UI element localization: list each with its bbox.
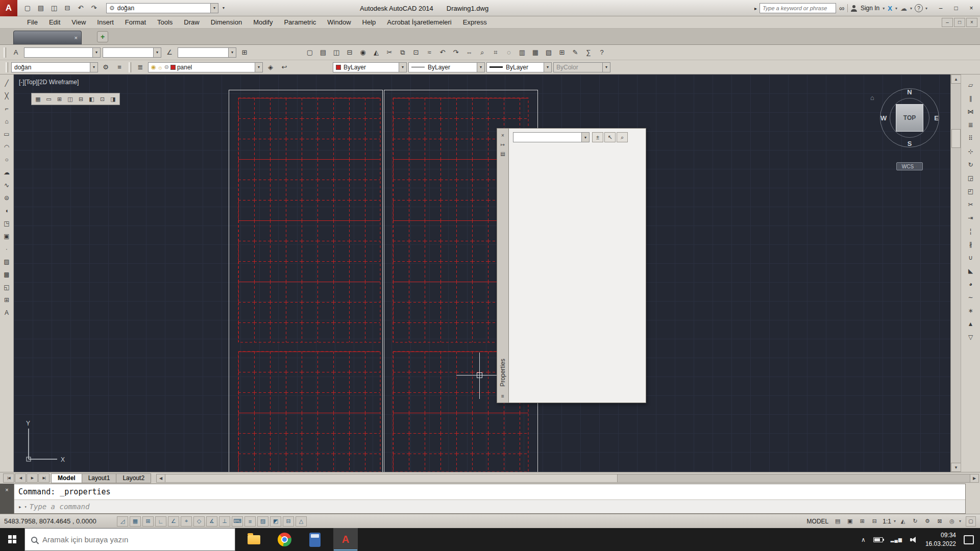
annotation-scale-value[interactable]: 1:1 [883, 518, 891, 525]
chevron-down-icon[interactable]: ▾ [92, 48, 100, 57]
search-binoculars-icon[interactable]: ∞ [839, 4, 845, 13]
tab-close-icon[interactable]: × [75, 35, 78, 41]
fillet-icon[interactable]: ◕ [965, 279, 976, 290]
new-tab-button[interactable]: + [97, 31, 108, 42]
chevron-down-icon[interactable]: ▾ [925, 6, 927, 11]
viewport-lock-icon[interactable]: ◨ [108, 94, 118, 104]
infocenter-search-input[interactable] [760, 3, 836, 13]
trim-icon[interactable]: ✂ [965, 199, 976, 210]
viewcube-north[interactable]: N [907, 88, 912, 96]
ellipse-icon[interactable]: ⊜ [1, 192, 12, 204]
match-properties-icon[interactable]: ≈ [423, 46, 435, 59]
rotate-icon[interactable]: ↻ [965, 159, 976, 170]
viewcube-top-face[interactable]: TOP [896, 104, 923, 132]
quick-properties-toggle[interactable]: ◩ [270, 516, 281, 527]
chevron-down-icon[interactable]: ▾ [477, 63, 484, 72]
viewcube-home-icon[interactable]: ⌂ [870, 94, 874, 102]
menu-item[interactable]: Dimension [205, 16, 248, 28]
volume-icon[interactable] [910, 536, 918, 543]
revision-cloud-icon[interactable]: ☁ [1, 167, 12, 178]
menu-item[interactable]: View [66, 16, 91, 28]
layer-properties-icon[interactable]: ≣ [134, 61, 146, 73]
quick-view-drawings-icon[interactable]: ⊟ [869, 516, 880, 527]
menu-item[interactable]: Draw [178, 16, 205, 28]
menu-item[interactable]: Help [357, 16, 382, 28]
layer-combo[interactable]: ◉ ☼ ⊝ panel ▾ [148, 62, 263, 72]
vertical-scrollbar[interactable]: ▲ ▼ [950, 74, 961, 472]
clean-screen-button[interactable]: ▢ [966, 516, 976, 527]
layout-nav-button[interactable]: ▶| [38, 473, 50, 483]
maximize-button[interactable]: □ [948, 2, 964, 15]
ortho-mode-toggle[interactable]: ∟ [155, 516, 166, 527]
redo-icon[interactable]: ↷ [450, 46, 462, 59]
scroll-track[interactable] [618, 474, 970, 482]
chevron-down-icon[interactable]: ▾ [581, 133, 589, 142]
dynamic-ucs-toggle[interactable]: ⊥ [219, 516, 230, 527]
sheet-set-manager-icon[interactable]: ⊞ [556, 46, 568, 59]
plot-preview-icon[interactable]: ◉ [357, 46, 369, 59]
rectangle-icon[interactable]: ▭ [1, 129, 12, 140]
model-space-label[interactable]: MODEL [807, 518, 829, 525]
quickcalc-icon[interactable]: ∑ [582, 46, 595, 59]
zoom-realtime-icon[interactable]: ⌕ [476, 46, 488, 59]
zoom-window-icon[interactable]: ⌗ [489, 46, 502, 59]
viewport-config-icon[interactable]: ▦ [33, 94, 43, 104]
wcs-menu[interactable]: WCS ▾ [896, 162, 923, 170]
new-icon[interactable]: ▢ [304, 46, 316, 59]
3d-object-snap-toggle[interactable]: ◇ [193, 516, 205, 527]
offset-icon[interactable]: ≣ [965, 119, 976, 131]
drawing-file-tab[interactable]: × [13, 31, 82, 44]
command-close-icon[interactable]: × [3, 486, 11, 494]
pan-icon[interactable]: ⇔ [463, 46, 475, 59]
designcenter-icon[interactable]: ▦ [529, 46, 542, 59]
save-icon[interactable]: ◫ [330, 46, 342, 59]
coordinates-readout[interactable]: 5483.7958, 8074.4645 , 0.0000 [4, 517, 112, 525]
dim-style-combo[interactable]: ▾ [103, 47, 161, 58]
hardware-acceleration-icon[interactable]: ◎ [946, 516, 958, 527]
layout-nav-button[interactable]: ◀ [15, 473, 26, 483]
workspaces-combo[interactable]: doğan ▾ [11, 62, 98, 72]
doc-restore-button[interactable]: □ [954, 18, 965, 27]
quick-select-button[interactable]: ⌕ [617, 132, 628, 142]
lineweight-display-toggle[interactable]: ≡ [244, 516, 256, 527]
ellipse-arc-icon[interactable]: ◖ [1, 205, 12, 216]
table-style-icon[interactable]: ⊞ [238, 46, 251, 59]
model-space-icon[interactable]: ▤ [832, 516, 843, 527]
insert-block-icon[interactable]: ◳ [1, 218, 12, 229]
workspace-switching-icon[interactable]: ⚙ [922, 516, 933, 527]
toggle-pickadd-button[interactable]: ± [592, 132, 603, 142]
viewcube[interactable]: N S W E TOP [880, 88, 939, 147]
infocenter-collapse-icon[interactable]: ▸ [754, 6, 757, 11]
chevron-down-icon[interactable]: ▾ [894, 519, 896, 523]
horizontal-scrollbar[interactable]: ◀ ▶ [156, 474, 979, 483]
viewport-single-icon[interactable]: ▭ [44, 94, 54, 104]
markup-icon[interactable]: ✎ [569, 46, 581, 59]
palette-title-bar[interactable]: × ↦ ▤ Properties ≡ [497, 128, 509, 403]
layer-lock-icon[interactable]: ⊝ [164, 64, 169, 70]
layer-previous-icon[interactable]: ↩ [278, 61, 290, 73]
chevron-down-icon[interactable]: ▾ [153, 48, 161, 57]
send-to-back-icon[interactable]: ▽ [965, 332, 976, 343]
table-style-combo[interactable]: ▾ [178, 47, 236, 58]
gradient-icon[interactable]: ▩ [1, 269, 12, 280]
break-icon[interactable]: ∦ [965, 239, 976, 250]
taskbar-calculator[interactable] [303, 528, 327, 551]
workspace-combo[interactable]: ⚙ doğan ▾ [106, 3, 218, 13]
taskbar-search-input[interactable] [42, 535, 235, 544]
help-icon[interactable]: ? [915, 4, 923, 12]
object-snap-tracking-toggle[interactable]: ∡ [206, 516, 217, 527]
line-icon[interactable]: ╱ [1, 78, 12, 89]
viewport-object-icon[interactable]: ◫ [65, 94, 75, 104]
lineweight-combo[interactable]: ByLayer ▾ [486, 62, 552, 72]
taskbar-file-explorer[interactable] [241, 528, 266, 551]
tray-chevron-icon[interactable]: ∧ [861, 536, 866, 543]
circle-icon[interactable]: ○ [1, 154, 12, 165]
chevron-down-icon[interactable]: ▾ [895, 6, 897, 11]
tab-layout1[interactable]: Layout1 [82, 473, 117, 483]
menu-item[interactable]: Acrobat İşaretlemeleri [381, 16, 457, 28]
grid-display-toggle[interactable]: ⊞ [142, 516, 154, 527]
chevron-down-icon[interactable]: ▾ [228, 48, 236, 57]
cut-icon[interactable]: ✂ [383, 46, 396, 59]
viewport-controls[interactable]: [-][Top][2D Wireframe] [19, 79, 79, 86]
construction-line-icon[interactable]: ╳ [1, 90, 12, 102]
